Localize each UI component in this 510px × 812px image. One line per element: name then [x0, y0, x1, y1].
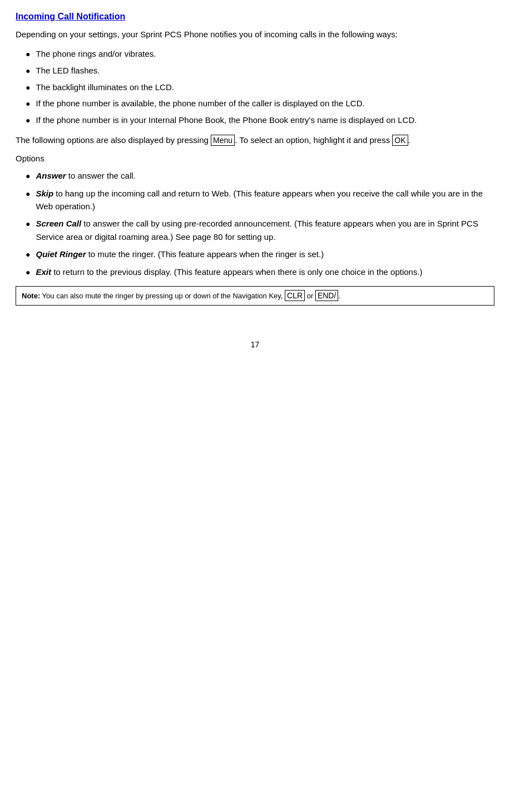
option-screen-call: Screen Call to answer the call by using … [26, 217, 494, 243]
note-box: Note: You can also mute the ringer by pr… [16, 286, 494, 306]
menu-paragraph: The following options are also displayed… [16, 134, 494, 147]
option-answer: Answer to answer the call. [26, 169, 494, 183]
note-label: Note: [22, 292, 40, 300]
page-title: Incoming Call Notification [16, 10, 494, 23]
bullet-1: The phone rings and/or vibrates. [26, 47, 494, 61]
clr-key: CLR [285, 290, 305, 301]
menu-text-1: The following options are also displayed… [16, 135, 211, 145]
end-key: END/ [315, 290, 338, 301]
option-exit: Exit to return to the previous display. … [26, 265, 494, 279]
option-skip-text: to hang up the incoming call and return … [36, 189, 483, 211]
bullet-2: The LED flashes. [26, 64, 494, 77]
options-list: Answer to answer the call. Skip to hang … [26, 169, 494, 278]
option-screen-call-text: to answer the call by using pre-recorded… [36, 219, 478, 241]
note-end: . [338, 292, 340, 300]
bullet-4: If the phone number is available, the ph… [26, 97, 494, 110]
menu-text-3: . [408, 135, 410, 145]
options-label: Options [16, 152, 494, 165]
bullet-5: If the phone number is in your Internal … [26, 114, 494, 127]
option-screen-call-label: Screen Call [36, 219, 81, 228]
intro-paragraph: Depending on your settings, your Sprint … [16, 28, 494, 41]
option-exit-text: to return to the previous display. (This… [51, 267, 423, 277]
option-exit-label: Exit [36, 267, 51, 277]
option-quiet-ringer: Quiet Ringer to mute the ringer. (This f… [26, 248, 494, 261]
menu-text-2: . To select an option, highlight it and … [235, 135, 392, 145]
option-quiet-ringer-label: Quiet Ringer [36, 249, 86, 259]
note-or: or [305, 292, 315, 300]
page-number: 17 [16, 339, 494, 351]
feature-bullets: The phone rings and/or vibrates. The LED… [26, 47, 494, 126]
bullet-3: The backlight illuminates on the LCD. [26, 81, 494, 94]
note-text: You can also mute the ringer by pressing… [40, 292, 285, 300]
menu-key: Menu [211, 135, 235, 146]
option-answer-label: Answer [36, 171, 66, 180]
option-answer-text: to answer the call. [66, 171, 136, 180]
option-skip-label: Skip [36, 189, 53, 198]
option-quiet-ringer-text: to mute the ringer. (This feature appear… [86, 249, 324, 259]
ok-key: OK [392, 135, 408, 146]
option-skip: Skip to hang up the incoming call and re… [26, 187, 494, 213]
